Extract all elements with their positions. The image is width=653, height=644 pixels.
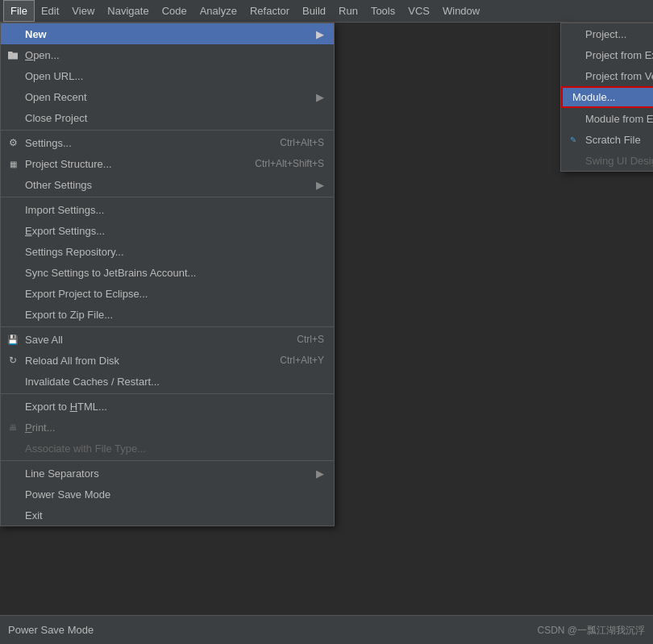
menu-item-project-vcs[interactable]: Project from Version Control... — [561, 65, 653, 86]
menu-item-new[interactable]: New ▶ — [1, 23, 334, 44]
folder-icon — [6, 48, 20, 62]
menu-tools[interactable]: Tools — [364, 0, 401, 22]
menu-item-export-zip[interactable]: Export to Zip File... — [1, 304, 334, 325]
divider-4 — [1, 393, 334, 394]
menu-item-power-save[interactable]: Power Save Mode — [1, 484, 334, 505]
save-icon: 💾 — [6, 332, 20, 347]
menu-item-settings[interactable]: ⚙ Settings... Ctrl+Alt+S — [1, 132, 334, 153]
menu-item-settings-repo[interactable]: Settings Repository... — [1, 241, 334, 262]
menu-file[interactable]: File — [3, 0, 35, 22]
menu-item-project-existing[interactable]: Project from Existing Sources... — [561, 44, 653, 65]
menu-item-line-separators[interactable]: Line Separators ▶ — [1, 463, 334, 484]
menu-item-invalidate-caches[interactable]: Invalidate Caches / Restart... — [1, 371, 334, 392]
menu-refactor[interactable]: Refactor — [243, 0, 296, 22]
menu-window[interactable]: Window — [436, 0, 486, 22]
arrow-icon-linesep: ▶ — [316, 467, 324, 480]
arrow-icon-other: ▶ — [316, 179, 324, 191]
menu-item-reload-disk[interactable]: ↻ Reload All from Disk Ctrl+Alt+Y — [1, 350, 334, 371]
menu-analyze[interactable]: Analyze — [193, 0, 243, 22]
menu-item-project-structure[interactable]: ▦ Project Structure... Ctrl+Alt+Shift+S — [1, 153, 334, 174]
divider-3 — [1, 326, 334, 327]
menu-item-other-settings[interactable]: Other Settings ▶ — [1, 174, 334, 195]
menu-code[interactable]: Code — [156, 0, 193, 22]
menu-bar: File Edit View Navigate Code Analyze Ref… — [0, 0, 653, 23]
menu-navigate[interactable]: Navigate — [101, 0, 155, 22]
power-save-label: Power Save Mode — [8, 624, 94, 636]
gear-icon: ⚙ — [6, 135, 20, 150]
menu-item-export-settings[interactable]: Export Settings... — [1, 220, 334, 241]
menu-build[interactable]: Build — [296, 0, 332, 22]
menu-item-scratch-file[interactable]: ✎ Scratch File Ctrl+Alt+Shift+Insert — [561, 129, 653, 150]
divider-2 — [1, 197, 334, 197]
new-submenu: Project... Project from Existing Sources… — [560, 23, 653, 172]
menu-view[interactable]: View — [65, 0, 101, 22]
status-bar: Power Save Mode CSDN @一瓢江湖我沉浮 — [0, 615, 653, 644]
menu-item-print[interactable]: 🖶 Print... — [1, 417, 334, 438]
menu-edit[interactable]: Edit — [35, 0, 65, 22]
menu-item-project[interactable]: Project... — [561, 23, 653, 44]
menu-item-close-project[interactable]: Close Project — [1, 107, 334, 128]
divider-5 — [1, 460, 334, 461]
menu-item-save-all[interactable]: 💾 Save All Ctrl+S — [1, 329, 334, 350]
menu-item-associate-filetype[interactable]: Associate with File Type... — [1, 438, 334, 459]
scratch-icon: ✎ — [566, 132, 580, 147]
divider-1 — [1, 130, 334, 131]
menu-run[interactable]: Run — [332, 0, 364, 22]
menu-item-swing-designer[interactable]: Swing UI Designer ▶ — [561, 150, 653, 171]
menu-item-export-eclipse[interactable]: Export Project to Eclipse... — [1, 283, 334, 304]
file-dropdown-menu: New ▶ Open... Open URL... Open Recent ▶ … — [0, 23, 335, 526]
arrow-icon-recent: ▶ — [316, 91, 324, 103]
menu-item-open-url[interactable]: Open URL... — [1, 65, 334, 86]
reload-icon: ↻ — [6, 353, 20, 368]
print-icon: 🖶 — [6, 420, 20, 434]
menu-item-module[interactable]: Module... — [561, 86, 653, 108]
arrow-icon: ▶ — [316, 28, 324, 40]
menu-item-exit[interactable]: Exit — [1, 505, 334, 526]
menu-item-open-recent[interactable]: Open Recent ▶ — [1, 86, 334, 107]
menu-item-sync-settings[interactable]: Sync Settings to JetBrains Account... — [1, 262, 334, 283]
menu-vcs[interactable]: VCS — [401, 0, 436, 22]
menu-item-import-settings[interactable]: Import Settings... — [1, 199, 334, 220]
menu-item-module-existing[interactable]: Module from Existing Sources... — [561, 108, 653, 129]
menu-item-export-html[interactable]: Export to HTML... — [1, 396, 334, 417]
csdn-watermark: CSDN @一瓢江湖我沉浮 — [537, 624, 645, 638]
structure-icon: ▦ — [6, 156, 20, 171]
menu-item-open[interactable]: Open... — [1, 44, 334, 65]
